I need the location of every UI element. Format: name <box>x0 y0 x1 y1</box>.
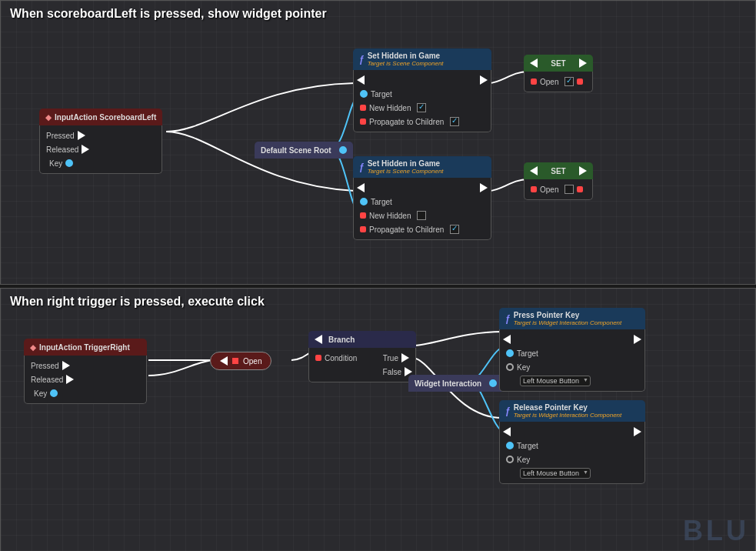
sh2-propagate-pin <box>360 226 366 232</box>
sh1-exec-row <box>354 73 491 87</box>
open-node-inner: Open <box>210 352 271 370</box>
release-exec-in <box>503 427 511 436</box>
branch-node: Branch Condition True False <box>308 331 416 382</box>
branch-header: Branch <box>308 331 416 348</box>
input-action-scoreboard-header: ◆ InputAction ScoreboardLeft <box>39 109 162 125</box>
open-exec-in <box>220 356 228 366</box>
set2-in-pin <box>531 186 537 192</box>
release-key-header: ƒ Release Pointer Key Target is Widget I… <box>499 400 645 422</box>
scene-root-header: Default Scene Root <box>255 142 353 159</box>
set-hidden-2-body: Target New Hidden Propagate to Children <box>353 178 491 240</box>
release-key-body: Target Key Left Mouse Button <box>499 422 645 484</box>
trigger-pressed-pin <box>62 361 70 370</box>
widget-interaction-pin <box>489 379 497 387</box>
released-row: Released <box>40 142 162 156</box>
sh1-propagate-pin <box>360 119 366 125</box>
sh2-propagate-row: Propagate to Children <box>354 222 491 236</box>
branch-body: Condition True False <box>308 348 416 382</box>
release-key-row: Key <box>500 452 644 466</box>
widget-interaction-node: Widget Interaction <box>408 375 503 392</box>
sh1-exec-in <box>357 75 365 85</box>
set1-open-row: Open <box>525 75 592 88</box>
input-action-trigger-header: ◆ InputAction TriggerRight <box>24 339 147 356</box>
branch-condition-pin <box>315 355 321 361</box>
sh1-newhidden-pin <box>360 105 366 111</box>
set-hidden-1-body: Target New Hidden Propagate to Children <box>353 70 491 132</box>
press-exec-in <box>503 335 511 344</box>
press-key-pin <box>506 363 514 371</box>
set-2-node: SET Open <box>524 162 593 200</box>
set2-exec-in <box>530 166 538 175</box>
press-key-body: Target Key Left Mouse Button <box>499 329 645 392</box>
sh1-exec-out <box>480 75 488 85</box>
sh1-newhidden-checkbox[interactable] <box>417 103 426 112</box>
sh2-newhidden-pin <box>360 212 366 219</box>
set1-out-pin <box>577 78 583 85</box>
release-key-dropdown[interactable]: Left Mouse Button <box>520 468 591 479</box>
key-row: Key <box>40 156 162 170</box>
pressed-pin <box>78 131 85 140</box>
press-exec-row <box>500 332 644 346</box>
press-key-header: ƒ Press Pointer Key Target is Widget Int… <box>499 308 645 329</box>
key-pin <box>65 159 73 167</box>
release-exec-out <box>634 427 641 436</box>
open-data-pin <box>232 358 238 364</box>
set-1-body: Open <box>524 72 593 92</box>
release-pointer-key-node: ƒ Release Pointer Key Target is Widget I… <box>499 400 645 484</box>
set-hidden-1-header: ƒ Set Hidden in Game Target is Scene Com… <box>353 48 491 70</box>
released-pin <box>82 145 89 154</box>
sh2-exec-out <box>480 183 488 192</box>
set1-in-pin <box>531 78 537 85</box>
sh2-target-pin <box>360 198 368 205</box>
trigger-released-pin <box>66 375 74 384</box>
sh2-newhidden-checkbox[interactable] <box>417 211 426 220</box>
set-hidden-2-node: ƒ Set Hidden in Game Target is Scene Com… <box>353 156 491 240</box>
branch-exec-in <box>315 335 322 344</box>
release-target-row: Target <box>500 439 644 452</box>
release-target-pin <box>506 442 514 449</box>
set1-exec-in <box>530 58 538 68</box>
sh2-newhidden-row: New Hidden <box>354 209 491 222</box>
press-key-row: Key <box>500 360 644 374</box>
scene-root-pin <box>339 146 347 154</box>
set-hidden-2-header: ƒ Set Hidden in Game Target is Scene Com… <box>353 156 491 178</box>
trigger-key-pin <box>50 389 58 397</box>
release-exec-row <box>500 425 644 439</box>
trigger-pressed-row: Pressed <box>25 359 146 372</box>
sh2-target-row: Target <box>354 195 491 209</box>
press-target-row: Target <box>500 346 644 360</box>
open-node: Open <box>210 352 271 370</box>
press-key-dropdown[interactable]: Left Mouse Button <box>520 376 591 386</box>
top-section: When scoreboardLeft is pressed, show wid… <box>0 0 756 285</box>
sh2-propagate-checkbox[interactable] <box>450 225 459 234</box>
sh1-newhidden-row: New Hidden <box>354 101 491 115</box>
set1-exec-out <box>579 58 587 68</box>
set2-out-pin <box>577 186 583 192</box>
widget-interaction-header: Widget Interaction <box>408 375 503 392</box>
set2-open-row: Open <box>525 182 592 196</box>
branch-condition-row: Condition True <box>309 351 415 365</box>
sh1-propagate-checkbox[interactable] <box>450 117 459 126</box>
set2-exec-out <box>579 166 587 175</box>
watermark: BLU <box>683 515 749 547</box>
bottom-section: When right trigger is pressed, execute c… <box>0 288 756 551</box>
set1-open-checkbox[interactable] <box>565 77 574 86</box>
branch-false-row: False <box>309 365 415 379</box>
release-key-pin <box>506 456 514 463</box>
set2-open-checkbox[interactable] <box>565 185 574 194</box>
sh1-propagate-row: Propagate to Children <box>354 115 491 129</box>
input-action-scoreboard-body: Pressed Released Key <box>39 125 162 174</box>
trigger-released-row: Released <box>25 372 146 386</box>
set-2-body: Open <box>524 179 593 200</box>
set-1-node: SET Open <box>524 55 593 92</box>
press-exec-out <box>634 335 641 344</box>
input-action-trigger-node: ◆ InputAction TriggerRight Pressed Relea… <box>24 339 147 404</box>
sh2-exec-in <box>357 183 365 192</box>
press-target-pin <box>506 349 514 357</box>
set-1-header: SET <box>524 55 593 72</box>
branch-true-pin <box>401 353 409 362</box>
set-hidden-1-node: ƒ Set Hidden in Game Target is Scene Com… <box>353 48 491 132</box>
sh1-target-pin <box>360 90 368 98</box>
sh2-exec-row <box>354 181 491 195</box>
press-pointer-key-node: ƒ Press Pointer Key Target is Widget Int… <box>499 308 645 392</box>
